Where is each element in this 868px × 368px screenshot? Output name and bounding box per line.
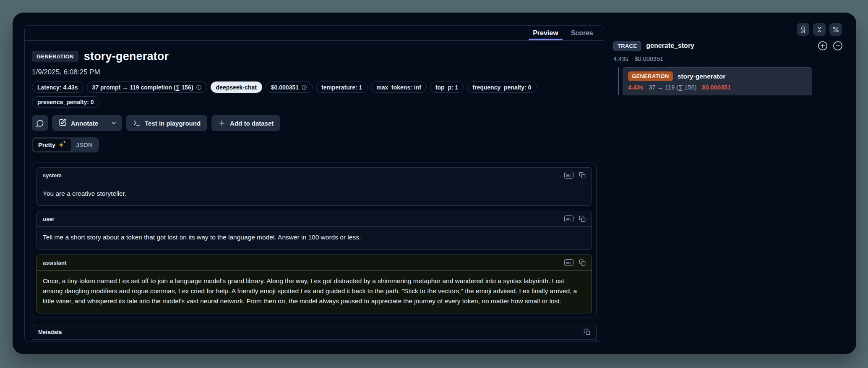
terminal-icon [133, 119, 141, 127]
plus-icon [218, 119, 226, 127]
top-p-pill: top_p: 1 [430, 81, 464, 93]
tree-node-generation[interactable]: GENERATION story-generator 4.43s 37 → 11… [623, 67, 812, 95]
message-header: assistant M↓ [37, 255, 592, 271]
metadata-header: Metadata [32, 324, 596, 340]
comment-button[interactable] [32, 115, 48, 131]
trace-cost: $0.000351 [634, 55, 663, 62]
trace-root-row[interactable]: TRACE generate_story [613, 39, 843, 52]
observation-content: GENERATION story-generator 1/9/2025, 6:0… [25, 41, 604, 342]
model-pill[interactable]: deepseek-chat [211, 81, 262, 93]
max-tokens-pill: max_tokens: inf [371, 81, 427, 93]
collapse-panel-button[interactable] [813, 23, 826, 36]
tab-preview[interactable]: Preview [527, 26, 564, 40]
presence-penalty-pill: presence_penalty: 0 [32, 96, 99, 108]
tree-node-row: GENERATION story-generator 4.43s 37 → 11… [618, 67, 843, 95]
copy-icon[interactable] [584, 329, 590, 335]
percent-icon [832, 26, 839, 33]
info-icon[interactable] [196, 84, 202, 90]
pretty-json-toggle: Pretty JSON [32, 137, 99, 152]
markdown-toggle-icon[interactable]: M↓ [564, 172, 573, 179]
award-ribbon-icon [800, 26, 807, 33]
playground-label: Test in playground [145, 120, 201, 127]
generation-type-badge: GENERATION [32, 51, 78, 62]
toggle-json[interactable]: JSON [71, 139, 98, 151]
observation-title-row: GENERATION story-generator [32, 48, 597, 64]
observation-detail-panel: Preview Scores GENERATION story-generato… [24, 25, 604, 342]
trace-type-badge: TRACE [613, 41, 641, 51]
message-header: system M↓ [37, 168, 592, 183]
message-card-system: system M↓ You are a creative storyteller… [36, 167, 592, 206]
latency-pill: Latency: 4.43s [32, 81, 83, 93]
detail-tabs: Preview Scores [25, 26, 604, 41]
playground-button[interactable]: Test in playground [126, 115, 207, 131]
token-usage-pill: 37 prompt → 119 completion (∑ 156) [87, 81, 207, 93]
node-title-row: GENERATION story-generator [628, 71, 807, 81]
message-role-label: assistant [43, 260, 66, 266]
trace-panel-toolbar [797, 23, 842, 36]
copy-icon[interactable] [579, 216, 586, 222]
message-content: Once, a tiny token named Lex set off to … [37, 271, 592, 313]
message-header: user M↓ [37, 211, 592, 227]
node-stats: 4.43s 37 → 119 (∑ 156) $0.000351 [628, 84, 807, 91]
message-role-label: system [43, 172, 62, 179]
message-content: Tell me a short story about a token that… [37, 227, 592, 249]
annotate-dropdown-button[interactable] [105, 115, 122, 131]
node-latency: 4.43s [628, 84, 643, 91]
temperature-pill: temperature: 1 [316, 81, 368, 93]
annotate-button[interactable]: Annotate [52, 115, 105, 131]
tab-scores[interactable]: Scores [565, 26, 600, 40]
expand-all-icon[interactable] [817, 40, 828, 51]
message-header-actions: M↓ [564, 259, 586, 266]
metadata-header-actions [584, 329, 590, 335]
metadata-card: Metadata { genre: [32, 324, 597, 342]
node-cost: $0.000351 [702, 84, 731, 91]
annotate-label: Annotate [71, 120, 98, 127]
io-preview-container: system M↓ You are a creative storyteller… [32, 163, 597, 318]
observation-timestamp: 1/9/2025, 6:08:25 PM [32, 68, 597, 76]
metadata-json-viewer: { genre: "adventure" } [32, 340, 596, 342]
comment-icon [36, 119, 44, 127]
pretty-label: Pretty [38, 142, 55, 148]
tree-guide-line [618, 67, 619, 95]
trace-stats: 4.43s $0.000351 [613, 55, 843, 62]
chevron-down-icon [110, 120, 117, 126]
copy-icon[interactable] [579, 259, 586, 266]
collapse-all-icon[interactable] [832, 40, 843, 51]
info-icon[interactable] [301, 84, 307, 90]
node-tokens: 37 → 119 (∑ 156) [649, 84, 696, 91]
page-title: story-generator [84, 50, 169, 63]
markdown-toggle-icon[interactable]: M↓ [564, 216, 573, 222]
token-usage-label: 37 prompt → 119 completion (∑ 156) [92, 84, 193, 91]
app-window: Preview Scores GENERATION story-generato… [13, 13, 856, 354]
trace-name: generate_story [646, 42, 694, 50]
add-to-dataset-label: Add to dataset [230, 120, 274, 127]
generation-type-badge: GENERATION [628, 71, 673, 81]
message-header-actions: M↓ [564, 172, 586, 179]
annotation-queue-button[interactable] [797, 23, 809, 36]
message-card-assistant: assistant M↓ Once, a tiny token named Le… [36, 255, 592, 313]
tree-expand-controls [817, 40, 843, 51]
annotate-icon [59, 118, 67, 128]
toggle-pretty[interactable]: Pretty [33, 139, 71, 151]
trace-tree-panel: TRACE generate_story 4.43s $0.000351 GEN… [613, 39, 843, 95]
annotate-split-button: Annotate [52, 115, 122, 131]
markdown-toggle-icon[interactable]: M↓ [564, 259, 573, 266]
message-content: You are a creative storyteller. [37, 183, 592, 205]
copy-icon[interactable] [579, 172, 586, 179]
message-header-actions: M↓ [564, 216, 586, 222]
score-format-button[interactable] [829, 23, 842, 36]
observation-actions: Annotate Test in playground [32, 115, 597, 131]
observation-stat-pills: Latency: 4.43s 37 prompt → 119 completio… [32, 81, 597, 108]
cost-label: $0.000351 [271, 84, 299, 91]
metadata-title: Metadata [38, 329, 62, 335]
message-card-user: user M↓ Tell me a short story about a to… [36, 211, 592, 250]
fold-vertical-icon [816, 26, 823, 33]
trace-latency: 4.43s [613, 55, 628, 62]
frequency-penalty-pill: frequency_penalty: 0 [467, 81, 537, 93]
sparkles-icon [58, 141, 66, 149]
node-name: story-generator [678, 73, 726, 80]
message-role-label: user [43, 216, 54, 222]
cost-pill: $0.000351 [266, 81, 313, 93]
add-to-dataset-button[interactable]: Add to dataset [211, 115, 280, 131]
